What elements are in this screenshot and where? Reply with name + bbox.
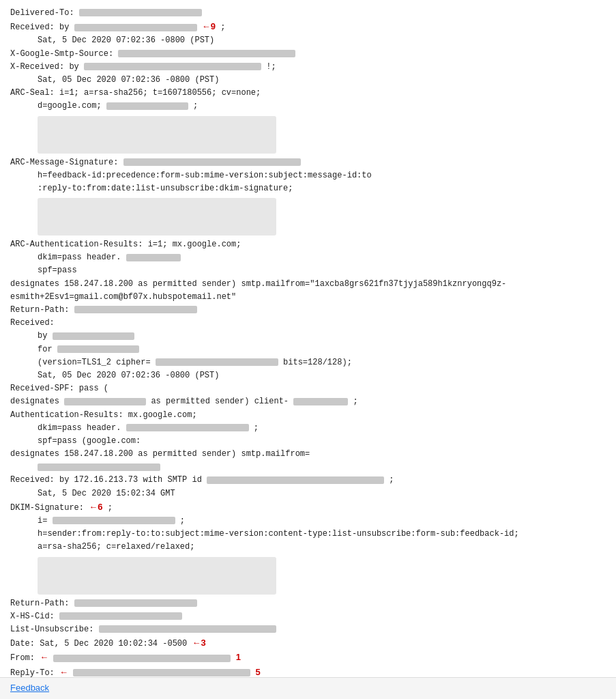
date-line: Date: Sat, 5 Dec 2020 10:02:34 -0500 ←3 — [10, 636, 606, 651]
arc-msg-sig-line: ARC-Message-Signature: — [10, 156, 606, 169]
annotation-1: ← — [40, 652, 48, 662]
redacted-value — [38, 463, 160, 471]
list-unsubscribe-line: List-Unsubscribe: — [10, 623, 606, 636]
x-hs-cid-line: X-HS-Cid: — [10, 610, 606, 623]
email-header-view: Delivered-To: Received: by ←9 ; Sat, 5 D… — [10, 7, 606, 699]
redacted-value — [123, 158, 301, 166]
mailfrom-redacted — [10, 461, 606, 474]
annotation-9: ←9 — [202, 21, 216, 31]
redacted-value — [118, 50, 295, 57]
received-label: Received: by — [10, 23, 74, 32]
x-received-date: Sat, 05 Dec 2020 07:02:36 -0800 (PST) — [10, 74, 606, 87]
redacted-value — [57, 345, 139, 353]
redacted-value — [53, 517, 175, 524]
arc-seal-domain: d=google.com; ; — [10, 100, 606, 113]
redacted-value — [53, 655, 231, 662]
arc-msg-sig-h: h=feedback-id:precedence:form-sub:mime-v… — [10, 169, 606, 182]
annotation-3: ←3 — [192, 638, 205, 648]
received-line2: Received: — [10, 317, 606, 330]
dkim-i: i= ; — [10, 515, 606, 528]
redacted-value — [126, 254, 181, 261]
x-received-line: X-Received: by !; — [10, 61, 606, 74]
received-version: (version=TLS1_2 cipher= bits=128/128); — [10, 356, 606, 369]
redacted-value — [84, 63, 261, 70]
annotation-5-num: 5 — [255, 667, 260, 677]
return-path-line2: Return-Path: — [10, 597, 606, 610]
dkim-signature-line: DKIM-Signature: ←6 ; — [10, 500, 606, 515]
feedback-link[interactable]: Feedback — [10, 683, 49, 693]
redacted-value — [73, 669, 250, 676]
semicolon: ; — [220, 23, 225, 32]
received-smtp-line: Received: by 172.16.213.73 with SMTP id … — [10, 474, 606, 487]
annotation-1-num: 1 — [236, 652, 241, 662]
redacted-value — [74, 599, 197, 607]
received-by-line: Received: by ←9 ; — [10, 20, 606, 34]
arc-auth-results-line: ARC-Authentication-Results: i=1; mx.goog… — [10, 238, 606, 251]
redacted-value — [64, 398, 146, 405]
designates-line2: esmith+2Esv1=gmail.com@bf07x.hubspotemai… — [10, 291, 606, 304]
designates-spf2: designates 158.247.18.200 as permitted s… — [10, 448, 606, 461]
return-path-line1: Return-Path: — [10, 304, 606, 317]
delivered-to-label: Delivered-To: — [10, 8, 79, 18]
received-spf-line: Received-SPF: pass ( — [10, 382, 606, 395]
redacted-value — [156, 358, 278, 366]
delivered-to-line: Delivered-To: — [10, 7, 606, 20]
from-line: From: ← 1 — [10, 651, 606, 665]
redacted-value — [126, 424, 249, 431]
auth-dkim: dkim=pass header. ; — [10, 422, 606, 435]
dkim-a: a=rsa-sha256; c=relaxed/relaxed; — [10, 541, 606, 554]
redacted-value — [207, 476, 384, 484]
auth-spf: spf=pass (google.com: — [10, 435, 606, 448]
arc-seal-redacted-block — [38, 116, 276, 154]
redacted-value — [59, 612, 182, 620]
arc-seal-line: ARC-Seal: i=1; a=rsa-sha256; t=160718055… — [10, 87, 606, 100]
redacted-value — [74, 306, 197, 313]
annotation-5: ← — [59, 667, 68, 677]
designates-spf: designates as permitted sender) client- … — [10, 395, 606, 408]
received-for: for — [10, 343, 606, 356]
arc-auth-spf: spf=pass — [10, 264, 606, 277]
redacted-value — [79, 9, 202, 16]
received-by2: by — [10, 330, 606, 343]
dkim-h: h=sender:from:reply-to:to:subject:mime-v… — [10, 528, 606, 541]
auth-results-line: Authentication-Results: mx.google.com; — [10, 409, 606, 422]
x-google-smtp-line: X-Google-Smtp-Source: — [10, 48, 606, 61]
redacted-value — [53, 332, 134, 340]
redacted-value — [293, 398, 348, 405]
arc-msg-sig-redacted-block — [38, 198, 276, 236]
arc-auth-dkim: dkim=pass header. — [10, 251, 606, 264]
redacted-value — [106, 102, 188, 110]
redacted-value — [74, 24, 197, 31]
designates-line1: designates 158.247.18.200 as permitted s… — [10, 278, 606, 291]
received-smtp-date: Sat, 5 Dec 2020 15:02:34 GMT — [10, 487, 606, 500]
dkim-redacted-block — [38, 557, 276, 595]
received-date2: Sat, 05 Dec 2020 07:02:36 -0800 (PST) — [10, 369, 606, 382]
footer-bar: Feedback — [0, 677, 616, 699]
annotation-6: ←6 — [89, 502, 102, 512]
received-date-line: Sat, 5 Dec 2020 07:02:36 -0800 (PST) — [10, 34, 606, 47]
redacted-value — [99, 625, 276, 633]
arc-msg-sig-h2: :reply-to:from:date:list-unsubscribe:dki… — [10, 182, 606, 195]
